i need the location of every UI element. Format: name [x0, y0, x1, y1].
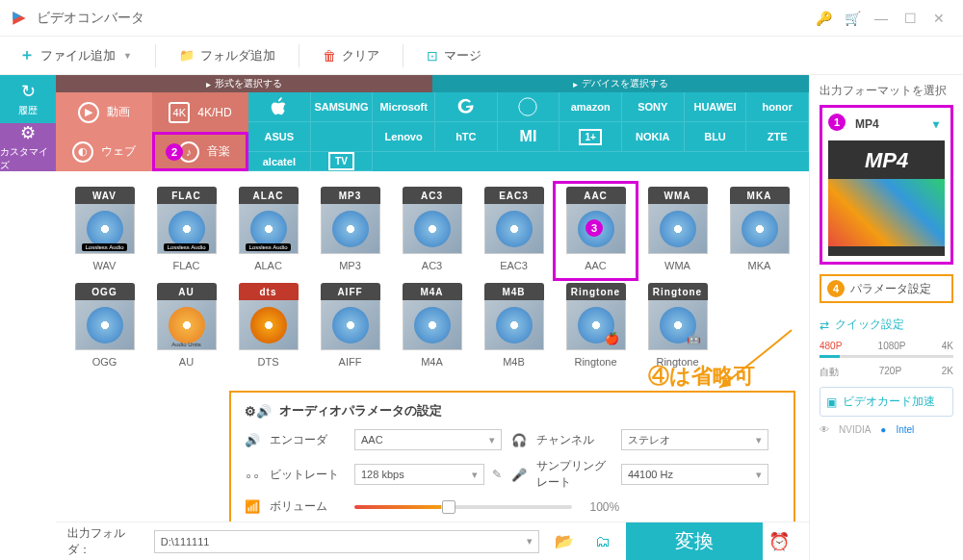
brand-lg[interactable]	[498, 92, 560, 122]
clear-button[interactable]: 🗑クリア	[315, 43, 387, 68]
format-ac3[interactable]: AC3AC3	[391, 183, 473, 279]
volume-icon: 📶	[245, 499, 262, 514]
format-alac[interactable]: ALACALAC	[227, 183, 309, 279]
slider-icon: ⇄	[820, 318, 829, 332]
encoder-select[interactable]: AAC	[354, 429, 502, 450]
bitrate-icon: ∘∘	[245, 468, 262, 482]
quick-settings: ⇄クイック設定 480P1080P4K 自動720P2K ▣ビデオカード加速 👁…	[820, 317, 953, 435]
cat-4k[interactable]: 4K4K/HD	[152, 92, 248, 132]
mic-icon: 🎤	[511, 468, 529, 482]
tab-format[interactable]: ▸ 形式を選択する	[56, 75, 432, 92]
format-m4a[interactable]: M4AM4A	[391, 279, 473, 375]
right-panel: 出力フォーマットを選択 1 MP4 MP4 4 パラメータ設定 ⇄クイック設定 …	[809, 75, 963, 560]
minimize-icon[interactable]: —	[867, 11, 896, 26]
convert-button[interactable]: 変換	[626, 522, 763, 561]
format-mka[interactable]: MKAMKA	[718, 183, 800, 279]
channel-select[interactable]: ステレオ	[621, 429, 768, 450]
format-mp3[interactable]: MP3MP3	[309, 183, 391, 279]
brand-oneplus[interactable]: 1+	[560, 122, 622, 152]
format-aiff[interactable]: AIFFAIFF	[309, 279, 391, 375]
sample-label: サンプリングレート	[536, 458, 613, 491]
parameter-settings-button[interactable]: 4 パラメータ設定	[820, 274, 953, 303]
brand-samsung[interactable]: SAMSUNG	[311, 92, 374, 122]
cart-icon[interactable]: 🛒	[838, 11, 867, 26]
brand-blu[interactable]: BLU	[685, 122, 747, 152]
brand-huawei[interactable]: HUAWEI	[685, 92, 747, 122]
settings-icon: ⚙🔊	[245, 404, 272, 419]
arrow-icon	[705, 325, 801, 402]
step-3-badge: 3	[586, 219, 603, 237]
brand-amazon[interactable]: amazon	[560, 92, 622, 122]
brand-zte[interactable]: ZTE	[746, 122, 809, 152]
tab-device[interactable]: ▸ デバイスを選択する	[432, 75, 809, 92]
intel-icon: ●	[880, 424, 886, 435]
output-format-title: 出力フォーマットを選択	[820, 83, 953, 99]
4k-icon: 4K	[169, 102, 190, 123]
format-eac3[interactable]: EAC3EAC3	[473, 183, 555, 279]
output-path-select[interactable]: D:\111111	[154, 530, 539, 553]
channel-icon: 🎧	[511, 433, 529, 447]
format-preview: MP4	[828, 140, 945, 256]
maximize-icon[interactable]: ☐	[896, 11, 924, 26]
format-list: WAVWAVFLACFLACALACALACMP3MP3AC3AC3EAC3EA…	[56, 171, 809, 387]
brand-lenovo[interactable]: Lenovo	[373, 122, 435, 152]
cat-video[interactable]: ▶動画	[56, 92, 152, 132]
brand-microsoft[interactable]: Microsoft	[373, 92, 435, 122]
volume-label: ボリューム	[270, 498, 347, 515]
resolution-slider[interactable]	[820, 355, 953, 358]
add-file-button[interactable]: ＋ファイル追加▼	[12, 41, 140, 69]
brand-grid: SAMSUNGMicrosoftamazonSONYHUAWEIhonorASU…	[248, 92, 809, 171]
key-icon[interactable]: 🔑	[809, 11, 838, 26]
format-flac[interactable]: FLACFLAC	[145, 183, 227, 279]
app-title: ビデオコンバータ	[37, 10, 809, 27]
gpu-logos: 👁NVIDIA●Intel	[820, 424, 953, 435]
brand-tv[interactable]: TV	[311, 152, 374, 171]
format-au[interactable]: AUAU	[145, 279, 227, 375]
quick-title: ⇄クイック設定	[820, 317, 953, 333]
nav-history[interactable]: ↻履歴	[0, 75, 56, 123]
add-folder-button[interactable]: 📁フォルダ追加	[171, 43, 283, 68]
step-1-badge: 1	[828, 114, 846, 131]
format-aac[interactable]: AACAAC3	[555, 183, 637, 279]
brand-g[interactable]	[435, 92, 498, 122]
brand-moto[interactable]	[311, 122, 374, 152]
chrome-icon: ◐	[72, 141, 93, 163]
brand-alcatel[interactable]: alcatel	[248, 152, 311, 171]
format-ringtone[interactable]: RingtoneRingtone	[555, 279, 637, 375]
gpu-accel-button[interactable]: ▣ビデオカード加速	[820, 387, 953, 417]
format-ogg[interactable]: OGGOGG	[64, 279, 145, 375]
format-dts[interactable]: dtsDTS	[227, 279, 309, 375]
encoder-label: エンコーダ	[270, 432, 347, 448]
title-bar: ビデオコンバータ 🔑 🛒 — ☐ ✕	[0, 0, 963, 37]
edit-icon[interactable]: ✎	[492, 468, 502, 481]
params-title: ⚙🔊オーディオパラメータの設定	[245, 402, 780, 420]
format-m4b[interactable]: M4BM4B	[473, 279, 555, 375]
volume-value: 100%	[589, 500, 619, 514]
nav-customize[interactable]: ⚙カスタマイズ	[0, 123, 56, 171]
bitrate-select[interactable]: 128 kbps	[354, 464, 484, 485]
format-wav[interactable]: WAVWAV	[64, 183, 145, 279]
step-4-badge: 4	[827, 280, 845, 297]
cat-music[interactable]: 2♪音楽	[152, 132, 248, 171]
browse-icon[interactable]: 🗂	[589, 533, 616, 550]
bottom-bar: 出力フォルダ： D:\111111 📂 🗂 変換 ⏰	[56, 522, 809, 560]
sample-select[interactable]: 44100 Hz	[621, 464, 768, 485]
brand-apple[interactable]	[248, 92, 311, 122]
alarm-icon[interactable]: ⏰	[761, 531, 797, 552]
format-wma[interactable]: WMAWMA	[637, 183, 718, 279]
open-folder-icon[interactable]: 📂	[549, 532, 580, 550]
step-2-badge: 2	[166, 143, 183, 161]
volume-slider[interactable]	[354, 505, 572, 509]
svg-point-0	[519, 98, 536, 115]
close-icon[interactable]: ✕	[924, 11, 953, 26]
brand-nokia[interactable]: NOKIA	[622, 122, 685, 152]
brand-sony[interactable]: SONY	[622, 92, 685, 122]
cat-web[interactable]: ◐ウェブ	[56, 132, 152, 171]
output-format-select[interactable]: MP4	[828, 114, 945, 135]
history-icon: ↻	[21, 81, 36, 102]
brand-mi[interactable]: MI	[498, 122, 560, 152]
brand-asus[interactable]: ASUS	[248, 122, 311, 152]
merge-button[interactable]: ⊡マージ	[419, 43, 489, 68]
brand-honor[interactable]: honor	[746, 92, 809, 122]
brand-htc[interactable]: hTC	[435, 122, 498, 152]
